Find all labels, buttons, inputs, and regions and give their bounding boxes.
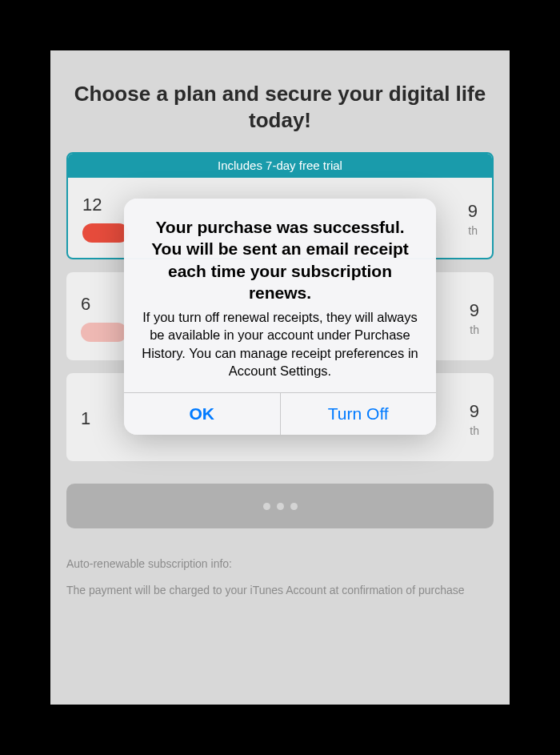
alert-title: Your purchase was successful. You will b… xyxy=(142,216,418,303)
subscription-info-heading: Auto-renewable subscription info: xyxy=(66,557,494,570)
plan-duration: 6 xyxy=(81,294,90,315)
alert-message: If you turn off renewal receipts, they w… xyxy=(142,308,418,380)
plan-price: 9 xyxy=(468,201,478,222)
subscription-info-body: The payment will be charged to your iTun… xyxy=(66,583,494,599)
plan-period: th xyxy=(468,224,478,237)
phone-screen: Choose a plan and secure your digital li… xyxy=(50,50,510,705)
plan-right: 9 th xyxy=(468,201,478,237)
plan-price: 9 xyxy=(470,401,479,422)
alert-content: Your purchase was successful. You will b… xyxy=(124,199,436,392)
continue-button[interactable] xyxy=(66,484,494,528)
plan-duration: 12 xyxy=(82,195,102,215)
discount-badge-icon xyxy=(82,223,129,243)
purchase-success-alert: Your purchase was successful. You will b… xyxy=(124,199,436,435)
trial-banner: Includes 7-day free trial xyxy=(68,154,492,178)
discount-badge-icon xyxy=(81,323,127,342)
alert-buttons: OK Turn Off xyxy=(124,392,436,435)
plan-right: 9 th xyxy=(470,401,479,437)
plan-period: th xyxy=(470,424,479,437)
loading-dots-icon xyxy=(263,503,298,510)
turn-off-button[interactable]: Turn Off xyxy=(280,393,437,435)
plan-right: 9 th xyxy=(470,300,479,336)
ok-button[interactable]: OK xyxy=(124,393,280,435)
plan-left: 1 xyxy=(81,408,90,429)
page-headline: Choose a plan and secure your digital li… xyxy=(66,81,494,133)
plan-price: 9 xyxy=(470,300,479,321)
plan-left: 6 xyxy=(81,294,127,342)
plan-duration: 1 xyxy=(81,408,90,429)
plan-left: 12 xyxy=(82,195,129,243)
plan-period: th xyxy=(470,323,479,336)
